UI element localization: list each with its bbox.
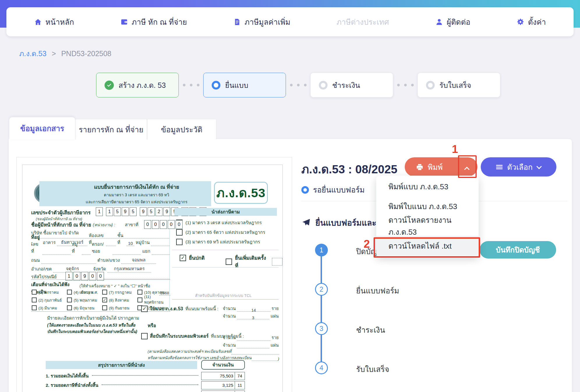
attachment-1-checkbox: ✓ xyxy=(141,306,148,312)
month-checkbox xyxy=(32,305,37,310)
form-header-band: แบบยื่นรายการภาษีเงินได้หัก ณ ที่จ่าย ตา… xyxy=(39,181,211,206)
form-subtitle-2: และการเสียภาษีตามมาตรา 65 จัตวา แห่งประม… xyxy=(86,199,188,205)
menu-item-2[interactable]: พิมพ์ใบแนบ ภ.ง.ด.53 xyxy=(376,196,479,216)
unit-paen: แผ่น xyxy=(270,342,279,348)
filing-normal: ✓ ยื่นปกติ xyxy=(180,254,205,262)
remit-checkbox xyxy=(176,239,183,245)
address-label: อาคาร xyxy=(43,239,56,246)
summary-row-label: 2. รวมยอดภาษีที่นำส่งทั้งสิ้น xyxy=(46,382,98,389)
nav-item-vat[interactable]: ภาษีมูลค่าเพิ่ม xyxy=(233,16,290,28)
paper-plane-icon xyxy=(301,218,311,227)
timeline-label-4: รับใบเสร็จ xyxy=(356,363,389,375)
options-button[interactable]: ตัวเลือก xyxy=(481,157,556,177)
step-card-create[interactable]: สร้าง ภ.ง.ด. 53 xyxy=(96,73,179,97)
address-label: แยก xyxy=(142,248,150,255)
summary-satang-value: 74 xyxy=(235,372,245,380)
summary-satang-value: 00 xyxy=(235,391,245,392)
month-checkbox xyxy=(137,290,142,295)
month-label: (3) มีนาคม xyxy=(38,305,57,311)
summary-baht-value: 3,125 xyxy=(201,382,235,389)
step-card-file[interactable]: ยื่นแบบ xyxy=(203,73,286,97)
remit-option: (2) มาตรา 65 จัตวา แห่งประมวลรัษฎากร xyxy=(176,229,265,236)
annotation-box-2 xyxy=(374,237,480,258)
month-label: (7) กรกฎาคม xyxy=(109,289,132,295)
step-card-receipt[interactable]: รับใบเสร็จ xyxy=(418,73,500,97)
dotted-leader xyxy=(102,384,198,385)
address-label: ชั้นที่ xyxy=(117,232,125,246)
menu-item-3[interactable]: ดาวน์โหลดรายงาน ภ.ง.ด.53 xyxy=(376,216,479,236)
tax-id-label: เลขประจำตัวผู้เสียภาษีอากร xyxy=(31,209,91,216)
form-title: แบบยื่นรายการภาษีเงินได้หัก ณ ที่จ่าย xyxy=(94,183,179,191)
dotted-filler xyxy=(152,251,170,255)
nav-item-label: ภาษี หัก ณ ที่จ่าย xyxy=(132,16,187,28)
dot xyxy=(397,84,400,86)
qty-label: จำนวน xyxy=(223,313,236,319)
step-card-label: สร้าง ภ.ง.ด. 53 xyxy=(119,79,166,91)
note-2-dots xyxy=(252,357,278,361)
address-value: 10 xyxy=(127,241,134,246)
tab-withholding-items[interactable]: รายการหัก ณ ที่จ่าย xyxy=(75,119,147,140)
tab-document-info[interactable]: ข้อมูลเอกสาร xyxy=(9,117,75,140)
menu-item-1[interactable]: พิมพ์แบบ ภ.ง.ด.53 xyxy=(376,177,479,196)
month-(3): (3) มีนาคม xyxy=(32,304,67,312)
dotted-filler xyxy=(113,251,141,255)
timeline-circle-2: 2 xyxy=(315,283,328,296)
dotted-filler xyxy=(43,251,70,255)
note-1-dots xyxy=(231,351,279,354)
chevron-down-icon xyxy=(537,164,542,169)
attachment-1-row: ✓ ใบแนบ ภ.ง.ด.53 ที่แนบมาพร้อมนี้ : xyxy=(141,305,218,312)
tax-id-digit: 5 xyxy=(114,207,121,216)
document-preview-panel: แบบยื่นรายการภาษีเงินได้หัก ณ ที่จ่าย ตา… xyxy=(16,157,292,392)
timeline-label-3: ชำระเงิน xyxy=(356,324,385,336)
status-row: รอยื่นแบบฟอร์ม xyxy=(301,184,365,196)
month-checkbox xyxy=(32,297,37,302)
attachment-or-label: หรือ xyxy=(148,322,156,329)
tab-history[interactable]: ข้อมูลประวัติ xyxy=(147,119,216,140)
month-(1): (1) มกราคม xyxy=(32,288,67,296)
breadcrumb: ภ.ง.ด.53 > PND53-202508 xyxy=(19,48,112,59)
pnd53-form-document: แบบยื่นรายการภาษีเงินได้หัก ณ ที่จ่าย ตา… xyxy=(22,165,283,392)
app-canvas: หน้าหลักภาษี หัก ณ ที่จ่ายภาษีมูลค่าเพิ่… xyxy=(0,0,580,392)
summary-row-label: 1. รวมยอดเงินได้ทั้งสิ้น xyxy=(46,373,89,379)
month-label: (2) กุมภาพันธ์ xyxy=(38,297,62,303)
nav-item-settings[interactable]: ตั้งค่า xyxy=(517,16,546,28)
breadcrumb-root-link[interactable]: ภ.ง.ด.53 xyxy=(19,48,47,59)
qty-label: จำนวน xyxy=(223,334,236,341)
month-checkbox xyxy=(67,297,72,302)
close-account-button[interactable]: บันทึกปิดบัญชี xyxy=(480,241,556,259)
attachment-left-text: มีรายละเอียดการหักเป็นรายผู้มีเงินได้ ปร… xyxy=(47,315,139,322)
month-(9): (9) กันยายน xyxy=(102,304,137,312)
step-card-pay[interactable]: ชำระเงิน xyxy=(310,73,393,97)
section-heading: ยื่นแบบฟอร์มและชำ xyxy=(301,216,386,229)
attachment-1-qty-paen: จำนวน 3 แผ่น xyxy=(223,313,279,319)
attachment-1-paen-value: 3 xyxy=(237,316,270,319)
dotted-filler xyxy=(82,251,91,255)
nav-item-label: หน้าหลัก xyxy=(45,16,74,28)
timeline-circle-1: 1 xyxy=(315,244,328,256)
payer-name-sublabel: (หน่วยงาน) : xyxy=(93,222,115,228)
summary-amount-box: 75,50374 xyxy=(201,372,245,380)
attachment-1-rest: ที่แนบมาพร้อมนี้ : xyxy=(185,305,218,312)
address-label: ตำบล/แขวง xyxy=(98,257,120,264)
attachment-2-checkbox xyxy=(141,333,148,339)
remit-option-label: (1) มาตรา 3 เตรส แห่งประมวลรัษฎากร xyxy=(185,219,262,226)
postal-dotted-line xyxy=(104,279,170,279)
address-block: ที่อยู่ :อาคารธันทาวเวอร์ห้องเลขที่ชั้นท… xyxy=(31,237,170,272)
nav-item-home[interactable]: หน้าหลัก xyxy=(34,16,74,28)
tax-id-digit: 2 xyxy=(155,207,162,216)
home-icon xyxy=(34,18,42,26)
tcl-note: สำหรับบันทึกข้อมูลจากระบบ TCL xyxy=(180,292,267,299)
wizard-stepper: สร้าง ภ.ง.ด. 53ยื่นแบบชำระเงินรับใบเสร็จ xyxy=(96,73,500,97)
dotted-filler xyxy=(151,242,170,246)
nav-item-contacts[interactable]: ผู้ติดต่อ xyxy=(435,16,471,28)
nav-item-withholding-tax[interactable]: ภาษี หัก ณ ที่จ่าย xyxy=(120,16,187,28)
payer-name-label: ชื่อผู้มีหน้าที่หักภาษี ณ ที่จ่าย xyxy=(31,221,91,229)
dotted-leader xyxy=(92,375,198,376)
annotation-number-1: 1 xyxy=(452,143,458,156)
payer-name-row: ชื่อผู้มีหน้าที่หักภาษี ณ ที่จ่าย (หน่วย… xyxy=(31,221,115,229)
divider xyxy=(172,250,279,250)
summary-amount-box: 000 xyxy=(201,391,245,392)
qty-label: จำนวน xyxy=(223,342,236,348)
month-checkbox xyxy=(67,305,72,310)
gear-icon xyxy=(517,18,524,26)
